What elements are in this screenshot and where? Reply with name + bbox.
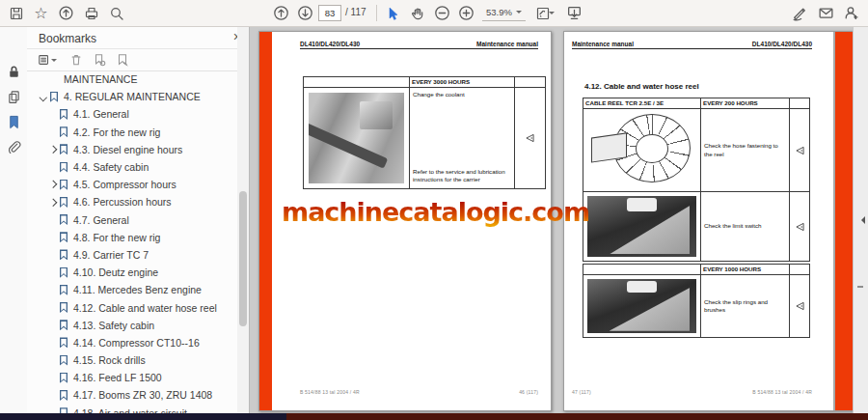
bookmark-icon xyxy=(60,390,68,401)
previous-page-button[interactable] xyxy=(271,3,291,23)
bookmarks-icon xyxy=(7,115,21,129)
bookmark-item[interactable]: 4.1. General xyxy=(27,105,237,123)
options-icon xyxy=(38,53,51,67)
bookmark-icon xyxy=(60,320,68,330)
maintenance-table: EVERY 3000 HOURS Change the coolant Refe… xyxy=(303,76,546,189)
zoom-level-value: 53.9% xyxy=(486,7,512,17)
page-header: Maintenance manual DL410/DL420/DL430 xyxy=(572,41,812,49)
delete-bookmark-button[interactable] xyxy=(68,52,85,68)
maintenance-table-200h: CABLE REEL TCR 2.5E / 3E EVERY 200 HOURS… xyxy=(583,98,810,262)
page-header: DL410/DL420/DL430 Maintenance manual xyxy=(300,41,538,49)
fit-page-dropdown[interactable] xyxy=(547,3,556,23)
hand-tool-button[interactable] xyxy=(407,3,427,23)
task-text: Check the slip rings and brushes xyxy=(701,295,789,317)
search-button[interactable] xyxy=(106,3,126,23)
sign-button[interactable] xyxy=(789,3,809,23)
bookmark-item[interactable]: 4.14. Compressor CT10--16 xyxy=(27,334,237,351)
page-footer-right: B 514/88 13 tal 2004 / 4R xyxy=(752,389,812,395)
bookmarks-scrollbar-thumb[interactable] xyxy=(239,191,247,326)
page-display-icon xyxy=(566,5,583,21)
task-note-text: Refer to the service and lubrication ins… xyxy=(410,165,514,186)
bookmark-item[interactable]: MAINTENANCE xyxy=(27,70,237,88)
attachments-panel-button[interactable] xyxy=(4,137,23,156)
table-image-cell xyxy=(583,109,701,191)
pane-toggle-icon[interactable] xyxy=(857,216,865,224)
page-footer-left: 47 (117) xyxy=(572,389,591,395)
search-icon xyxy=(109,6,124,21)
expand-chevron-icon[interactable] xyxy=(48,182,58,187)
bookmark-item[interactable]: 4.12. Cable and water hose reel xyxy=(27,298,237,316)
slip-rings-photo xyxy=(587,279,696,333)
attachments-icon xyxy=(7,140,21,154)
bookmark-item[interactable]: 4.17. Booms ZR 30, ZRU 1408 xyxy=(27,386,237,404)
zoom-level-dropdown[interactable]: 53.9% xyxy=(482,4,526,21)
bookmark-item[interactable]: 4.6. Percussion hours xyxy=(27,193,237,210)
limit-switch-photo xyxy=(587,196,696,257)
security-panel-button[interactable] xyxy=(4,62,23,81)
zoom-out-button[interactable] xyxy=(432,3,452,23)
bookmark-item[interactable]: 4.9. Carrier TC 7 xyxy=(27,246,237,264)
bottom-bar-right xyxy=(286,413,868,420)
star-icon: ☆ xyxy=(34,6,47,21)
bookmarks-scrollbar-track[interactable] xyxy=(237,27,249,413)
bookmark-item[interactable]: 4. REGULAR MAINTENANCE xyxy=(27,88,237,105)
email-button[interactable] xyxy=(816,3,836,23)
page-header-left: Maintenance manual xyxy=(572,41,634,47)
page-header-right: DL410/DL420/DL430 xyxy=(752,41,812,47)
share-upload-button[interactable] xyxy=(56,3,76,23)
bookmark-item[interactable]: 4.18. Air and water circuit xyxy=(27,405,237,413)
task-text: Check the limit switch xyxy=(701,219,765,233)
table-warning-cell xyxy=(515,88,545,188)
pages-icon xyxy=(7,90,21,104)
warning-triangle-icon xyxy=(796,146,804,155)
bookmark-icon xyxy=(60,197,68,208)
bookmark-options-button[interactable] xyxy=(35,52,60,68)
navigation-rail xyxy=(0,27,28,413)
bookmarks-panel-button[interactable] xyxy=(4,112,23,131)
warning-triangle-icon xyxy=(796,222,804,232)
share-person-button[interactable] xyxy=(841,3,861,23)
star-button[interactable]: ☆ xyxy=(31,3,51,23)
bookmark-icon xyxy=(60,180,68,190)
expand-chevron-icon[interactable] xyxy=(48,200,58,206)
collapse-chevron-icon[interactable] xyxy=(39,95,48,100)
bookmarks-panel: Bookmarks × xyxy=(27,27,250,413)
lock-icon xyxy=(7,65,21,79)
select-tool-button[interactable] xyxy=(382,3,402,23)
page-number-input[interactable] xyxy=(318,5,341,21)
page-display-button[interactable] xyxy=(564,3,584,23)
bookmark-icon xyxy=(60,144,68,154)
bookmark-item[interactable]: 4.8. For the new rig xyxy=(27,229,237,246)
bookmark-item[interactable]: 4.15. Rock drills xyxy=(27,351,237,369)
goto-bookmark-button[interactable] xyxy=(114,52,131,68)
zoom-in-button[interactable] xyxy=(456,3,476,23)
bookmark-item[interactable]: 4.11. Mercedes Benz engine xyxy=(27,281,237,298)
bookmark-item[interactable]: 4.5. Compressor hours xyxy=(27,176,237,193)
maintenance-table-1000h: EVERY 1000 HOURS Check the slip rings an… xyxy=(583,264,810,338)
save-button[interactable] xyxy=(6,3,26,23)
tools-pane-strip xyxy=(853,27,868,413)
print-button[interactable] xyxy=(81,3,101,23)
pages-panel-button[interactable] xyxy=(4,87,23,106)
page-header-right: Maintenance manual xyxy=(476,41,538,47)
table-warning-cell xyxy=(790,192,809,261)
bookmark-item[interactable]: 4.13. Safety cabin xyxy=(27,317,237,334)
new-bookmark-button[interactable] xyxy=(91,52,108,68)
scroll-marker xyxy=(857,286,863,288)
bookmark-icon xyxy=(60,162,68,173)
bookmark-icon xyxy=(60,126,68,137)
bookmark-icon xyxy=(60,355,68,366)
bookmark-icon xyxy=(60,373,68,383)
bookmark-item[interactable]: 4.10. Deutz engine xyxy=(27,264,237,281)
task-text: Change the coolant xyxy=(410,88,514,101)
next-page-button[interactable] xyxy=(295,3,315,23)
expand-chevron-icon[interactable] xyxy=(48,147,58,153)
bookmark-item[interactable]: 4.7. General xyxy=(27,211,237,229)
bookmark-item[interactable]: 4.3. Diesel engine hours xyxy=(27,141,237,158)
bookmark-item[interactable]: 4.16. Feed LF 1500 xyxy=(27,369,237,386)
new-bookmark-icon xyxy=(93,53,106,67)
page-total-label: / 117 xyxy=(345,7,366,17)
bookmark-item[interactable]: 4.4. Safety cabin xyxy=(27,158,237,176)
share-upload-icon xyxy=(58,5,74,21)
bookmark-item[interactable]: 4.2. For the new rig xyxy=(27,124,237,141)
